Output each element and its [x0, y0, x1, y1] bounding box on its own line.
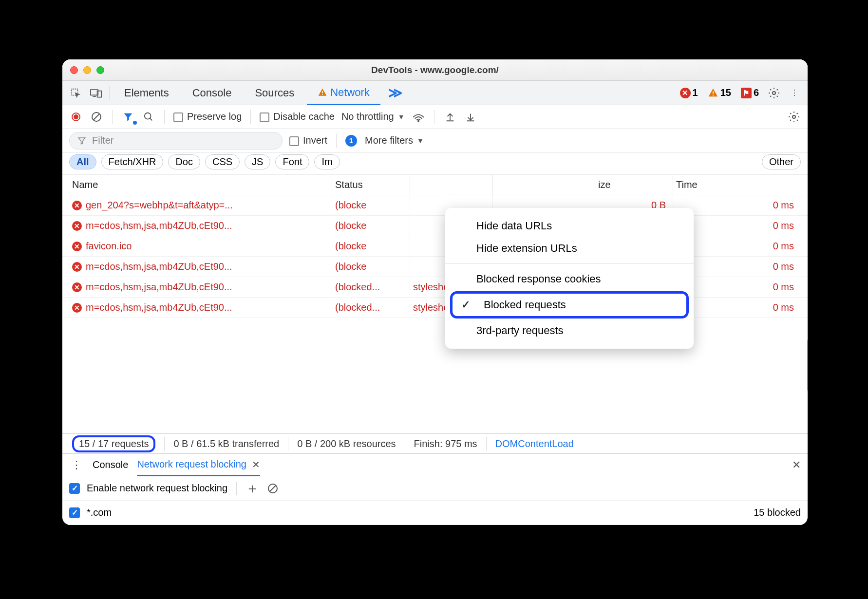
search-icon[interactable] — [142, 110, 155, 124]
svg-point-8 — [773, 92, 775, 94]
tab-sources[interactable]: Sources — [244, 81, 305, 105]
menu-separator — [445, 263, 694, 264]
table-header: Name Status ize Time — [62, 175, 808, 195]
cell-status: (blocke — [332, 236, 410, 256]
window-minimize-button[interactable] — [83, 66, 91, 74]
throttling-select[interactable]: No throttling▼ — [341, 111, 405, 122]
device-toolbar-icon[interactable] — [87, 84, 105, 102]
pattern-checkbox[interactable]: ✓ — [69, 507, 80, 518]
separator — [112, 110, 113, 124]
domcontentloaded-time: DOMContentLoad — [487, 437, 583, 450]
chevron-down-icon: ▼ — [398, 113, 405, 121]
col-type[interactable] — [410, 175, 493, 195]
filter-type-font[interactable]: Font — [275, 154, 309, 169]
table-row[interactable]: ✕m=cdos,hsm,jsa,mb4ZUb,cEt90...(blocked.… — [62, 277, 808, 298]
upload-har-icon[interactable] — [443, 110, 457, 124]
add-pattern-icon[interactable]: ＋ — [245, 482, 259, 495]
error-icon: ✕ — [72, 221, 82, 231]
tabs-overflow-button[interactable]: ≫ — [382, 85, 408, 101]
cell-name: ✕m=cdos,hsm,jsa,mb4ZUb,cEt90... — [69, 257, 332, 277]
finish-time: Finish: 975 ms — [405, 437, 487, 450]
svg-line-12 — [150, 118, 152, 120]
filter-type-css[interactable]: CSS — [205, 154, 240, 169]
preserve-log-checkbox[interactable]: Preserve log — [173, 111, 242, 122]
drawer-menu-icon[interactable]: ⋮ — [69, 459, 84, 471]
col-size[interactable]: ize — [595, 175, 673, 195]
more-icon[interactable]: ⋮ — [785, 84, 804, 102]
window-maximize-button[interactable] — [96, 66, 104, 74]
menu-hide-extension-urls[interactable]: Hide extension URLs — [445, 237, 694, 260]
clear-patterns-icon[interactable] — [266, 482, 280, 495]
filter-type-js[interactable]: JS — [245, 154, 270, 169]
settings-icon[interactable] — [765, 84, 783, 102]
blocked-count: 15 blocked — [754, 507, 801, 518]
menu-3rd-party[interactable]: 3rd-party requests — [445, 319, 694, 342]
svg-rect-6 — [713, 91, 714, 94]
separator — [109, 86, 110, 100]
error-count[interactable]: ✕1 — [680, 87, 698, 98]
filter-type-img[interactable]: Im — [314, 154, 340, 169]
svg-rect-5 — [322, 94, 323, 95]
filter-type-fetch[interactable]: Fetch/XHR — [101, 154, 164, 169]
download-har-icon[interactable] — [464, 110, 477, 124]
tab-network[interactable]: Network — [307, 81, 380, 105]
menu-blocked-cookies[interactable]: Blocked response cookies — [445, 268, 694, 290]
warning-icon — [318, 88, 327, 97]
svg-rect-7 — [713, 94, 714, 95]
col-status[interactable]: Status — [332, 175, 410, 195]
panel-tabs: Elements Console Sources Network ≫ ✕1 15… — [62, 81, 808, 105]
filter-bar: Filter Invert 1 More filters ▼ — [62, 129, 808, 153]
status-bar: 15 / 17 requests 0 B / 61.5 kB transferr… — [62, 433, 808, 454]
resources-size: 0 B / 200 kB resources — [288, 437, 405, 450]
error-icon: ✕ — [72, 242, 82, 251]
svg-line-16 — [270, 486, 276, 491]
table-row[interactable]: ✕gen_204?s=webhp&t=aft&atyp=...(blocke0 … — [62, 195, 808, 216]
separator — [250, 110, 251, 124]
requests-table: Name Status ize Time ✕gen_204?s=webhp&t=… — [62, 175, 808, 433]
network-conditions-icon[interactable] — [412, 110, 425, 124]
drawer-close-icon[interactable]: ✕ — [792, 459, 801, 471]
warning-count[interactable]: 15 — [708, 87, 731, 98]
table-row[interactable]: ✕m=cdos,hsm,jsa,mb4ZUb,cEt90...(blocke0 … — [62, 216, 808, 236]
menu-hide-data-urls[interactable]: Hide data URLs — [445, 215, 694, 237]
more-filters-dropdown[interactable]: 1 More filters ▼ — [345, 135, 424, 147]
filter-input[interactable]: Filter — [69, 132, 283, 150]
network-settings-icon[interactable] — [787, 110, 801, 124]
block-pattern-row[interactable]: ✓ *.com 15 blocked — [62, 501, 808, 525]
drawer-tab-console[interactable]: Console — [93, 454, 128, 476]
menu-blocked-requests[interactable]: Blocked requests — [450, 291, 689, 318]
separator — [434, 110, 434, 124]
close-tab-icon[interactable]: ✕ — [252, 459, 260, 470]
scrollbar-thumb[interactable] — [807, 338, 808, 392]
cell-name: ✕m=cdos,hsm,jsa,mb4ZUb,cEt90... — [69, 277, 332, 297]
record-button[interactable] — [69, 110, 83, 124]
filter-type-other[interactable]: Other — [762, 154, 801, 169]
svg-point-11 — [145, 112, 151, 119]
inspect-icon[interactable] — [66, 84, 85, 102]
filter-icon[interactable] — [121, 110, 135, 124]
cell-name: ✕gen_204?s=webhp&t=aft&atyp=... — [69, 195, 332, 215]
col-time[interactable]: Time — [673, 175, 801, 195]
requests-count: 15 / 17 requests — [69, 437, 165, 450]
window-close-button[interactable] — [70, 66, 78, 74]
error-icon: ✕ — [72, 201, 82, 210]
disable-cache-checkbox[interactable]: Disable cache — [260, 111, 335, 122]
table-row[interactable]: ✕m=cdos,hsm,jsa,mb4ZUb,cEt90...(blocked.… — [62, 298, 808, 318]
tab-console[interactable]: Console — [182, 81, 243, 105]
tab-elements[interactable]: Elements — [113, 81, 180, 105]
clear-icon[interactable] — [90, 110, 103, 124]
col-initiator[interactable] — [493, 175, 595, 195]
filter-type-all[interactable]: All — [69, 154, 96, 169]
chevron-down-icon: ▼ — [417, 137, 424, 145]
type-filter-row: All Fetch/XHR Doc CSS JS Font Im Other — [62, 153, 808, 175]
drawer-tab-blocking[interactable]: Network request blocking ✕ — [137, 454, 260, 476]
cell-status: (blocke — [332, 195, 410, 215]
table-row[interactable]: ✕m=cdos,hsm,jsa,mb4ZUb,cEt90...(blocke0 … — [62, 257, 808, 277]
message-count[interactable]: ⚑6 — [741, 87, 759, 98]
filter-type-doc[interactable]: Doc — [168, 154, 200, 169]
enable-blocking-checkbox[interactable]: ✓ — [69, 483, 80, 494]
invert-checkbox[interactable]: Invert — [289, 135, 327, 146]
table-row[interactable]: ✕favicon.ico(blocke0 B0 ms — [62, 236, 808, 257]
col-name[interactable]: Name — [69, 175, 332, 195]
drawer-body: ✓ Enable network request blocking ＋ ✓ *.… — [62, 476, 808, 525]
